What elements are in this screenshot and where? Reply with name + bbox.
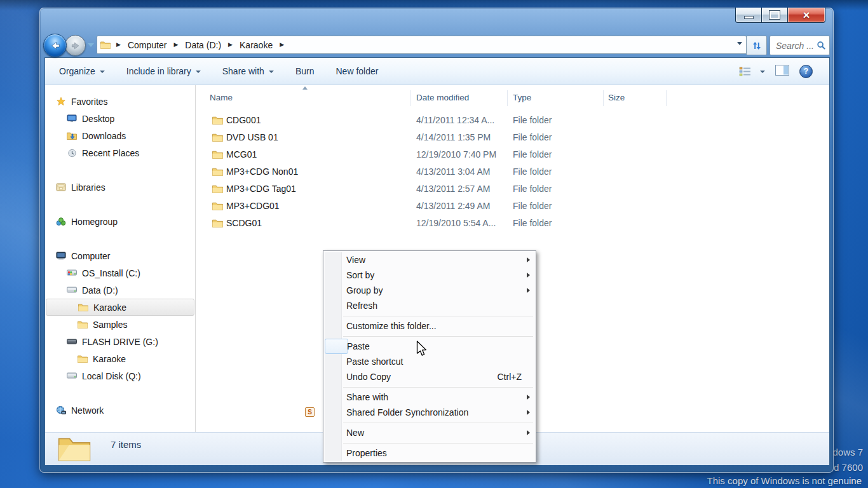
refresh-button[interactable]: [746, 36, 767, 55]
menu-separator: [323, 440, 536, 445]
column-header-size[interactable]: Size: [608, 93, 625, 102]
menu-item-label: Shared Folder Synchronization: [346, 407, 468, 417]
breadcrumb-item-data-d[interactable]: Data (D:): [184, 40, 222, 50]
new-folder-button[interactable]: New folder: [329, 63, 384, 79]
breadcrumb-separator-icon[interactable]: ▶: [111, 41, 126, 48]
preview-pane-icon: [775, 65, 789, 76]
sidebar-item-recent-places[interactable]: Recent Places: [45, 144, 195, 161]
sidebar-item-favorites[interactable]: Favorites: [45, 93, 195, 110]
column-header-type[interactable]: Type: [513, 93, 531, 102]
search-icon[interactable]: [817, 41, 826, 50]
file-date-modified: 12/19/2010 7:40 PM: [416, 149, 496, 159]
column-header-date-modified[interactable]: Date modified: [416, 93, 469, 102]
menu-item-shared-folder-synchronization[interactable]: S Shared Folder Synchronization: [323, 405, 536, 420]
file-date-modified: 4/11/2011 12:34 A...: [416, 115, 494, 125]
sidebar-item-karaoke-selected[interactable]: Karaoke: [46, 299, 194, 316]
menu-item-group-by[interactable]: Group by: [323, 283, 536, 298]
sidebar-item-libraries[interactable]: Libraries: [45, 179, 195, 196]
sidebar-item-karaoke-flash[interactable]: Karaoke: [45, 350, 195, 367]
preview-pane-button[interactable]: [775, 65, 789, 78]
file-row[interactable]: SCDG01 12/19/2010 5:54 A... File folder: [196, 215, 829, 232]
file-row[interactable]: MCG01 12/19/2010 7:40 PM File folder: [196, 146, 829, 163]
menu-item-properties[interactable]: Properties: [323, 445, 536, 461]
file-row[interactable]: MP3+CDG Tag01 4/13/2011 2:57 AM File fol…: [196, 180, 829, 198]
folder-icon: [77, 320, 88, 329]
file-name: DVD USB 01: [226, 132, 278, 142]
organize-button[interactable]: Organize: [53, 63, 111, 79]
recent-places-icon: [66, 149, 78, 158]
burn-button[interactable]: Burn: [289, 63, 321, 79]
sidebar-item-downloads[interactable]: Downloads: [45, 127, 195, 144]
minimize-icon: [744, 16, 754, 19]
breadcrumb-item-computer[interactable]: Computer: [126, 40, 168, 50]
watermark-not-genuine: This copy of Windows is not genuine: [707, 475, 862, 486]
minimize-button[interactable]: [735, 8, 761, 23]
chevron-down-icon: [100, 71, 105, 73]
change-view-button[interactable]: [739, 67, 765, 76]
menu-item-view[interactable]: View: [323, 252, 536, 268]
menu-item-label: Paste: [347, 341, 370, 351]
desktop-icon: [66, 114, 78, 123]
menu-item-customize-this-folder[interactable]: Customize this folder...: [323, 318, 536, 334]
search-input[interactable]: [775, 40, 817, 51]
address-dropdown-icon[interactable]: [737, 42, 742, 45]
selected-folder-icon: [58, 434, 91, 464]
forward-button[interactable]: [65, 35, 86, 56]
include-in-library-button[interactable]: Include in library: [120, 63, 207, 79]
back-button[interactable]: [43, 34, 67, 57]
sidebar-item-label: Homegroup: [71, 217, 118, 227]
column-divider[interactable]: [507, 90, 508, 106]
maximize-button[interactable]: [761, 8, 788, 23]
sidebar-item-data-d[interactable]: Data (D:): [45, 281, 195, 299]
sidebar-item-homegroup[interactable]: Homegroup: [45, 213, 195, 230]
help-button[interactable]: ?: [799, 65, 813, 78]
folder-icon: [212, 201, 223, 212]
file-row[interactable]: MP3+CDG Non01 4/13/2011 3:04 AM File fol…: [196, 163, 829, 180]
breadcrumb-separator-icon[interactable]: ▶: [274, 41, 290, 48]
sidebar-item-label: Computer: [71, 251, 110, 261]
menu-item-refresh[interactable]: Refresh: [323, 298, 536, 313]
breadcrumb-item-karaoke[interactable]: Karaoke: [238, 40, 274, 50]
column-divider[interactable]: [666, 90, 667, 106]
sidebar-item-flash-drive-g[interactable]: FLASH DRIVE (G:): [45, 333, 195, 350]
address-bar[interactable]: ▶ Computer ▶ Data (D:) ▶ Karaoke ▶: [97, 36, 747, 54]
sidebar-item-desktop[interactable]: Desktop: [45, 110, 195, 127]
column-divider[interactable]: [603, 90, 604, 106]
sidebar-item-local-disk-q[interactable]: Local Disk (Q:): [45, 367, 195, 384]
menu-item-label: Refresh: [346, 301, 377, 311]
menu-item-new[interactable]: New: [323, 425, 536, 440]
menu-item-label: Paste shortcut: [346, 356, 403, 367]
folder-icon: [212, 116, 223, 126]
menu-item-label: Undo Copy: [346, 372, 391, 382]
menu-item-share-with[interactable]: Share with: [323, 390, 536, 405]
menu-item-label: Customize this folder...: [346, 321, 437, 331]
folder-icon: [78, 303, 89, 311]
chevron-down-icon: [760, 71, 765, 73]
file-date-modified: 4/14/2011 1:35 PM: [416, 132, 491, 142]
share-with-button[interactable]: Share with: [216, 63, 280, 79]
breadcrumb-separator-icon[interactable]: ▶: [222, 41, 238, 48]
sidebar-item-samples[interactable]: Samples: [45, 316, 195, 333]
sidebar-item-os-install-c[interactable]: OS_Install (C:): [45, 264, 195, 281]
menu-separator: [323, 313, 536, 318]
menu-item-paste-shortcut[interactable]: Paste shortcut: [323, 354, 536, 369]
menu-item-paste[interactable]: Paste: [325, 339, 348, 354]
sidebar-item-network[interactable]: Network: [45, 402, 195, 419]
folder-icon: [77, 355, 88, 363]
column-header-name[interactable]: Name: [210, 93, 233, 102]
column-headers: Name Date modified Type Size: [196, 90, 829, 106]
recent-pages-dropdown-icon[interactable]: [88, 43, 94, 47]
search-box[interactable]: [770, 36, 830, 55]
breadcrumb-separator-icon[interactable]: ▶: [168, 41, 184, 48]
close-button[interactable]: ×: [788, 8, 825, 23]
file-row[interactable]: DVD USB 01 4/14/2011 1:35 PM File folder: [196, 129, 829, 146]
folder-icon: [212, 150, 223, 161]
file-row[interactable]: MP3+CDG01 4/13/2011 2:49 AM File folder: [196, 198, 829, 215]
file-row[interactable]: CDG001 4/11/2011 12:34 A... File folder: [196, 112, 829, 129]
menu-item-label: View: [346, 255, 365, 265]
views-list-icon: [739, 67, 751, 76]
menu-item-sort-by[interactable]: Sort by: [323, 268, 536, 283]
menu-item-undo-copy[interactable]: Undo Copy Ctrl+Z: [323, 369, 536, 384]
column-divider[interactable]: [410, 90, 411, 106]
sidebar-item-computer[interactable]: Computer: [45, 247, 195, 264]
